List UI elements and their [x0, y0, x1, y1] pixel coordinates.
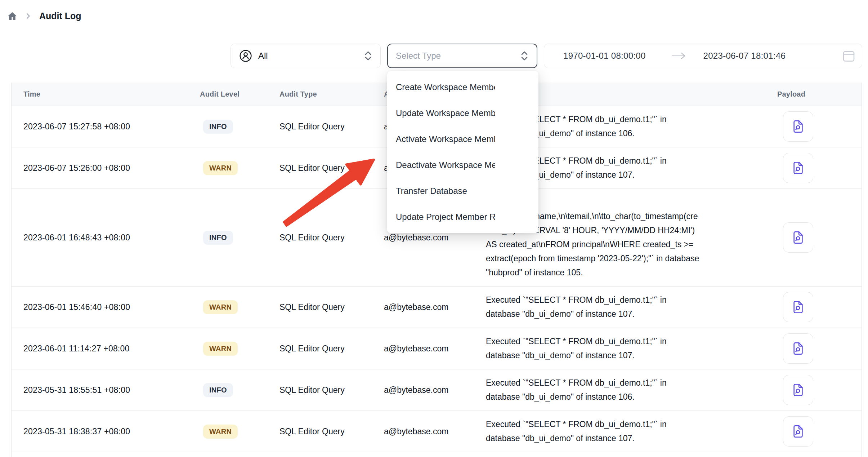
audit-type-cell: SQL Editor Query [279, 344, 384, 354]
payload-cell [760, 416, 862, 447]
date-range-end: 2023-06-07 18:01:46 [703, 51, 786, 61]
audit-level-cell: WARN [200, 161, 279, 175]
view-payload-button[interactable] [783, 375, 813, 405]
type-filter-select[interactable]: Select Type [387, 44, 537, 68]
column-header-time: Time [12, 90, 200, 98]
view-payload-button[interactable] [783, 292, 813, 322]
updown-chevrons-icon [520, 50, 529, 62]
view-payload-button[interactable] [783, 153, 813, 183]
payload-cell [760, 375, 862, 405]
audit-type-cell: SQL Editor Query [279, 385, 384, 395]
audit-level-badge: WARN [203, 300, 238, 314]
audit-level-cell: INFO [200, 383, 279, 397]
comment-cell: Executed `"SELECT * FROM db_ui_demo.t1;"… [486, 328, 702, 369]
calendar-icon [842, 49, 855, 63]
breadcrumb-chevron-icon [25, 13, 31, 19]
menu-item-label: Update Project Member Role [396, 212, 495, 222]
breadcrumb: Audit Log [7, 11, 81, 21]
payload-document-search-icon [791, 230, 806, 245]
actor-cell: a@bytebase.com [384, 344, 486, 354]
audit-level-badge: WARN [203, 342, 238, 356]
audit-level-cell: INFO [200, 231, 279, 245]
audit-level-badge: WARN [203, 425, 238, 439]
view-payload-button[interactable] [783, 222, 813, 253]
actor-cell: a@bytebase.com [384, 233, 486, 243]
column-header-payload: Payload [760, 90, 862, 98]
time-cell: 2023-05-31 18:55:51 +08:00 [12, 385, 200, 395]
home-icon[interactable] [7, 11, 17, 21]
payload-document-search-icon [791, 382, 806, 398]
actor-cell: a@bytebase.com [384, 302, 486, 312]
view-payload-button[interactable] [783, 333, 813, 364]
payload-cell [760, 333, 862, 364]
audit-type-cell: SQL Editor Query [279, 233, 384, 243]
payload-document-search-icon [791, 424, 806, 439]
actor-filter-value: All [258, 51, 268, 61]
menu-item-label: Update Workspace Member [396, 108, 495, 118]
menu-item-create-workspace-member[interactable]: Create Workspace Member [387, 74, 538, 100]
audit-type-cell: SQL Editor Query [279, 427, 384, 436]
time-cell: 2023-06-01 16:48:43 +08:00 [12, 233, 200, 243]
updown-chevrons-icon [364, 50, 372, 62]
menu-item-label: Transfer Database [396, 186, 467, 196]
actor-filter-select[interactable]: All [231, 44, 381, 68]
column-header-audit-level: Audit Level [200, 90, 279, 98]
payload-cell [760, 153, 862, 183]
time-cell: 2023-06-01 11:14:27 +08:00 [12, 344, 200, 354]
menu-item-transfer-database[interactable]: Transfer Database [387, 178, 538, 204]
type-filter-placeholder: Select Type [396, 51, 441, 61]
person-icon [239, 49, 252, 63]
audit-type-cell: SQL Editor Query [279, 302, 384, 312]
audit-level-badge: WARN [203, 161, 238, 175]
menu-item-label: Deactivate Workspace Member [396, 160, 495, 170]
comment-cell: Executed `"SELECT * FROM db_ui_demo.t1;"… [486, 411, 702, 452]
audit-type-cell: SQL Editor Query [279, 163, 384, 173]
payload-document-search-icon [791, 300, 806, 315]
time-cell: 2023-06-07 15:26:00 +08:00 [12, 163, 200, 173]
date-range-start: 1970-01-01 08:00:00 [563, 51, 646, 61]
actor-cell: a@bytebase.com [384, 385, 486, 395]
audit-level-cell: WARN [200, 300, 279, 314]
payload-document-search-icon [791, 119, 806, 134]
audit-level-cell: WARN [200, 342, 279, 356]
comment-cell: Executed `"SELECT * FROM db_ui_demo.t1;"… [486, 369, 702, 411]
view-payload-button[interactable] [783, 416, 813, 447]
column-header-audit-type: Audit Type [279, 90, 384, 98]
table-row: 2023-05-31 18:38:37 +08:00WARNSQL Editor… [12, 411, 862, 452]
actor-cell: a@bytebase.com [384, 427, 486, 436]
audit-type-cell: SQL Editor Query [279, 122, 384, 132]
menu-item-update-project-member-role[interactable]: Update Project Member Role [387, 204, 538, 230]
menu-item-update-workspace-member[interactable]: Update Workspace Member [387, 100, 538, 126]
payload-cell [760, 111, 862, 142]
table-row: 2023-05-31 18:55:51 +08:00INFOSQL Editor… [12, 369, 862, 411]
audit-level-cell: WARN [200, 425, 279, 439]
type-dropdown-menu: Create Workspace MemberUpdate Workspace … [387, 71, 538, 233]
payload-cell [760, 292, 862, 322]
menu-item-label: Create Workspace Member [396, 82, 495, 92]
menu-item-activate-workspace-member[interactable]: Activate Workspace Member [387, 126, 538, 152]
audit-level-badge: INFO [203, 383, 233, 397]
time-cell: 2023-06-01 15:46:40 +08:00 [12, 302, 200, 312]
audit-level-badge: INFO [203, 120, 233, 134]
arrow-right-icon [671, 52, 686, 60]
audit-level-cell: INFO [200, 120, 279, 134]
payload-cell [760, 222, 862, 253]
comment-cell: Executed `"SELECT * FROM db_ui_demo.t1;"… [486, 287, 702, 328]
date-range-picker[interactable]: 1970-01-01 08:00:00 2023-06-07 18:01:46 [544, 44, 862, 68]
payload-document-search-icon [791, 160, 806, 176]
table-row: 2023-06-01 11:14:27 +08:00WARNSQL Editor… [12, 328, 862, 369]
page-title: Audit Log [39, 11, 81, 21]
table-row-partial [12, 452, 862, 457]
time-cell: 2023-05-31 18:38:37 +08:00 [12, 427, 200, 436]
view-payload-button[interactable] [783, 111, 813, 142]
menu-item-label: Activate Workspace Member [396, 134, 495, 144]
time-cell: 2023-06-07 15:27:58 +08:00 [12, 122, 200, 132]
payload-document-search-icon [791, 341, 806, 356]
table-row: 2023-06-01 15:46:40 +08:00WARNSQL Editor… [12, 287, 862, 328]
audit-level-badge: INFO [203, 231, 233, 245]
menu-item-deactivate-workspace-member[interactable]: Deactivate Workspace Member [387, 152, 538, 178]
